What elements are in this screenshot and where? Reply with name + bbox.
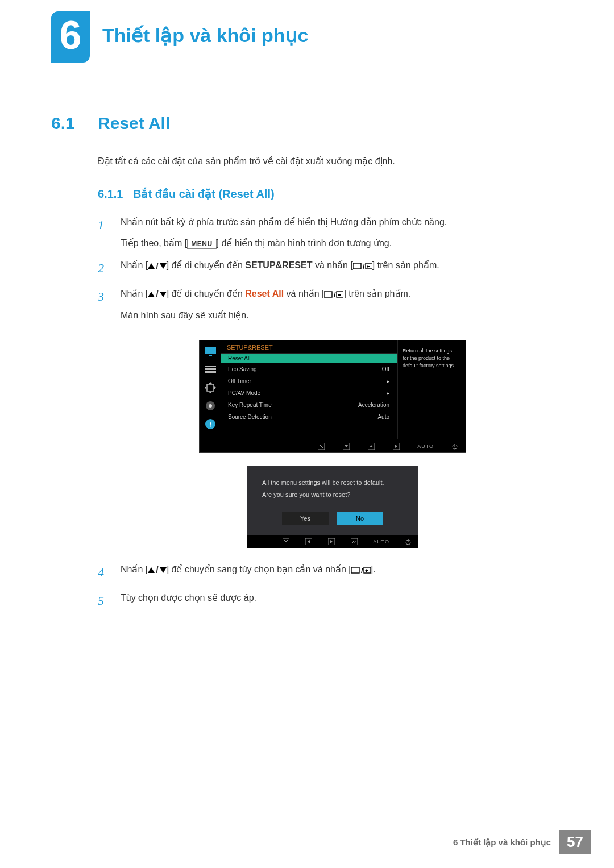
step-text: ] để chuyển sang tùy chọn bạn cần và nhấ… — [167, 564, 351, 574]
yes-button: Yes — [282, 512, 329, 525]
up-down-icon: / — [148, 259, 166, 274]
reset-confirm-dialog: All the menu settings will be reset to d… — [247, 466, 418, 548]
osd-row-value: Auto — [377, 414, 389, 420]
step-5: 5 Tùy chọn được chọn sẽ được áp. — [98, 590, 557, 611]
keyword-reset-all: Reset All — [245, 289, 284, 298]
step-text: Nhấn nút bất kỳ ở phía trước sản phẩm để… — [121, 217, 447, 227]
section-heading: 6.1 Reset All — [51, 114, 557, 133]
power-icon — [404, 538, 412, 546]
osd-menu-screenshot: i SETUP&RESET Reset All Eco SavingOff Of… — [199, 340, 557, 453]
osd-row-label: Reset All — [228, 355, 250, 362]
resize-icon — [204, 381, 217, 394]
page-footer: 6 Thiết lập và khôi phục 57 — [453, 830, 591, 854]
osd-row-source-detection: Source DetectionAuto — [221, 411, 397, 423]
close-icon — [317, 442, 325, 450]
osd-row-off-timer: Off Timer▸ — [221, 375, 397, 387]
chapter-header: 6 Thiết lập và khôi phục — [0, 0, 614, 63]
step-text: ] để di chuyển đến — [167, 260, 246, 270]
svg-rect-0 — [353, 263, 361, 269]
auto-label: AUTO — [373, 539, 389, 545]
subsection-number: 6.1.1 — [98, 188, 133, 201]
subsection-heading: 6.1.1 Bắt đầu cài đặt (Reset All) — [98, 187, 557, 201]
menu-button-label: MENU — [187, 239, 216, 249]
section-title: Reset All — [98, 114, 170, 133]
step-text: và nhấn [ — [312, 260, 352, 270]
step-text: Tùy chọn được chọn sẽ được áp. — [121, 593, 256, 603]
step-4: 4 Nhấn [/] để chuyển sang tùy chọn bạn c… — [98, 562, 557, 583]
step-text: Nhấn [ — [121, 260, 148, 270]
step-text: Nhấn [ — [121, 289, 148, 298]
right-icon — [327, 538, 335, 546]
dialog-bottom-bar: AUTO — [247, 535, 418, 548]
svg-rect-9 — [205, 368, 216, 370]
svg-rect-25 — [351, 538, 358, 545]
auto-label: AUTO — [417, 443, 434, 449]
monitor-icon — [204, 345, 217, 358]
svg-rect-3 — [324, 292, 332, 297]
osd-bottom-bar: AUTO — [199, 439, 466, 453]
section-number: 6.1 — [51, 114, 98, 133]
svg-rect-28 — [351, 567, 359, 573]
osd-row-value: ▸ — [387, 378, 389, 384]
down-icon — [342, 442, 350, 450]
step-text: ]. — [371, 564, 376, 574]
svg-text:/: / — [361, 566, 363, 574]
osd-row-pcav-mode: PC/AV Mode▸ — [221, 387, 397, 399]
up-down-icon: / — [148, 286, 166, 302]
osd-row-label: Eco Saving — [228, 366, 257, 372]
step-text: ] trên sản phẩm. — [343, 289, 410, 298]
osd-row-eco-saving: Eco SavingOff — [221, 363, 397, 375]
svg-text:/: / — [363, 262, 365, 270]
osd-row-label: PC/AV Mode — [228, 390, 260, 396]
info-icon: i — [204, 418, 217, 430]
page-number: 57 — [559, 830, 591, 854]
svg-text:i: i — [209, 420, 211, 429]
step-number: 1 — [98, 214, 121, 251]
svg-rect-6 — [205, 347, 216, 354]
step-2: 2 Nhấn [/] để di chuyển đến SETUP&RESET … — [98, 258, 557, 279]
step-text: ] trên sản phẩm. — [372, 260, 439, 270]
step-text: ] để hiển thị màn hình trình đơn tương ứ… — [217, 238, 392, 248]
enter-source-icon: / — [351, 566, 371, 574]
step-text: Màn hình sau đây sẽ xuất hiện. — [121, 308, 557, 323]
osd-info-text: Return all the settings — [403, 347, 461, 355]
svg-rect-11 — [207, 384, 214, 391]
svg-point-13 — [209, 404, 212, 408]
step-number: 3 — [98, 286, 121, 323]
osd-menu-title: SETUP&RESET — [221, 340, 397, 354]
subsection-title: Bắt đầu cài đặt (Reset All) — [133, 187, 275, 201]
osd-row-key-repeat: Key Repeat TimeAcceleration — [221, 399, 397, 411]
osd-row-value: Off — [382, 366, 389, 372]
step-text: và nhấn [ — [284, 289, 324, 298]
dialog-text: Are you sure you want to reset? — [262, 490, 403, 500]
enter-source-icon: / — [324, 290, 343, 298]
right-icon — [392, 442, 400, 450]
step-1: 1 Nhấn nút bất kỳ ở phía trước sản phẩm … — [98, 214, 557, 251]
section-description: Đặt tất cả các cài đặt của sản phẩm trở … — [98, 156, 557, 167]
step-text: Nhấn [ — [121, 564, 148, 574]
chapter-title: Thiết lập và khôi phục — [102, 24, 308, 47]
svg-text:/: / — [334, 290, 336, 298]
osd-info-text: default factory settings. — [403, 362, 461, 369]
close-icon — [282, 538, 290, 546]
osd-info-panel: Return all the settings for the product … — [397, 340, 466, 439]
step-number: 4 — [98, 562, 121, 583]
step-text: Tiếp theo, bấm [ — [121, 238, 187, 248]
no-button: No — [337, 512, 383, 525]
enter-icon — [350, 538, 358, 546]
up-icon — [367, 442, 375, 450]
enter-source-icon: / — [353, 262, 372, 270]
osd-row-value: ▸ — [387, 390, 389, 396]
step-number: 5 — [98, 590, 121, 611]
dialog-text: All the menu settings will be reset to d… — [262, 478, 403, 488]
osd-row-label: Off Timer — [228, 378, 251, 384]
svg-rect-7 — [209, 355, 212, 356]
osd-side-icons: i — [200, 340, 221, 439]
keyword-setup-reset: SETUP&RESET — [245, 260, 312, 270]
up-down-icon: / — [148, 562, 166, 578]
osd-info-text: for the product to the — [403, 355, 461, 362]
step-3: 3 Nhấn [/] để di chuyển đến Reset All và… — [98, 286, 557, 323]
step-number: 2 — [98, 258, 121, 279]
svg-rect-10 — [205, 371, 216, 373]
step-text: ] để di chuyển đến — [167, 289, 246, 298]
